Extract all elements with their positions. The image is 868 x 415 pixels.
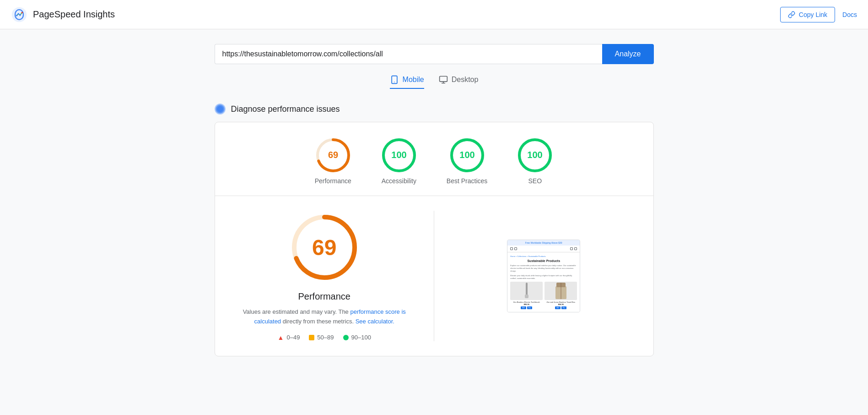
- mockup-top-bar: Free Worldwide Shipping Above $30: [507, 240, 580, 246]
- tab-desktop[interactable]: Desktop: [439, 75, 479, 89]
- svg-rect-24: [526, 283, 528, 296]
- mockup-product-img-1: [510, 282, 543, 300]
- svg-text:100: 100: [391, 150, 406, 160]
- detail-note-text: Values are estimated and may vary. The: [243, 308, 350, 315]
- mockup-breadcrumb: Home > Collections > Sustainable Product…: [510, 255, 577, 257]
- pass-icon: [343, 335, 349, 340]
- accessibility-circle: 100: [381, 137, 417, 174]
- svg-rect-25: [525, 295, 528, 298]
- mockup-products: Zen Bamboo Electric Toothbrush $99.95 Ad…: [510, 282, 577, 309]
- vertical-divider: [434, 211, 434, 341]
- device-tabs: Mobile Desktop: [390, 75, 479, 89]
- toothbrush-icon: [522, 283, 531, 299]
- scores-card: 69 Performance 100 Accessibility 100: [215, 122, 654, 356]
- svg-text:69: 69: [328, 150, 338, 160]
- mockup-product-2-btn2: Buy: [561, 306, 566, 309]
- mockup-nav-right-icons: [570, 247, 577, 250]
- page-preview-mockup: Free Worldwide Shipping Above $30 Home >…: [507, 240, 580, 312]
- tab-mobile[interactable]: Mobile: [390, 75, 424, 89]
- svg-point-4: [22, 11, 23, 13]
- analyze-button[interactable]: Analyze: [602, 44, 654, 64]
- mockup-product-img-2: [545, 282, 577, 300]
- tab-mobile-label: Mobile: [403, 76, 424, 84]
- score-best-practices[interactable]: 100 Best Practices: [447, 137, 487, 185]
- url-bar-row: Analyze: [215, 44, 654, 64]
- see-calculator-link[interactable]: See calculator.: [356, 318, 394, 325]
- mobile-icon: [390, 75, 399, 84]
- mockup-nav-icons: [510, 247, 517, 250]
- mockup-menu-icon: [514, 247, 517, 250]
- svg-rect-7: [439, 76, 447, 82]
- fail-icon: ▲: [278, 334, 284, 341]
- section-header: Diagnose performance issues: [215, 104, 654, 115]
- best-practices-circle: 100: [449, 137, 485, 174]
- warn-icon: [309, 335, 314, 340]
- mockup-product-1-btn: Add: [521, 306, 526, 309]
- detail-section: 69 Performance Values are estimated and …: [215, 196, 653, 356]
- pass-range: 90–100: [351, 334, 371, 341]
- logo-area: PageSpeed Insights: [11, 6, 115, 23]
- seo-label: SEO: [528, 177, 542, 185]
- seo-circle: 100: [517, 137, 553, 174]
- score-accessibility[interactable]: 100 Accessibility: [381, 137, 417, 185]
- docs-link[interactable]: Docs: [842, 11, 857, 18]
- mockup-account-icon: [574, 247, 577, 250]
- link-icon: [788, 11, 795, 18]
- mockup-product-2-btn: Add: [555, 306, 560, 309]
- best-practices-label: Best Practices: [447, 177, 487, 185]
- legend-warn: 50–89: [309, 334, 334, 341]
- mockup-text2: Elevate your daily rituals while leaving…: [510, 274, 577, 280]
- section-title: Diagnose performance issues: [231, 104, 340, 114]
- big-gauge: 69: [288, 211, 361, 284]
- mockup-product-1-btn2: Buy: [527, 306, 532, 309]
- copy-link-label: Copy Link: [799, 11, 827, 18]
- score-legend: ▲ 0–49 50–89 90–100: [278, 334, 371, 341]
- detail-note-suffix: directly from these metrics.: [283, 318, 356, 325]
- svg-point-2: [17, 13, 19, 15]
- copy-link-button[interactable]: Copy Link: [780, 7, 835, 22]
- mockup-product-2: Zen and Jonez Bamboo Travel Box $24.95 A…: [545, 282, 577, 309]
- svg-text:100: 100: [528, 150, 543, 160]
- detail-right: Free Worldwide Shipping Above $30 Home >…: [449, 211, 639, 341]
- legend-pass: 90–100: [343, 334, 371, 341]
- mockup-product-1: Zen Bamboo Electric Toothbrush $99.95 Ad…: [510, 282, 543, 309]
- section-dot-icon: [215, 104, 226, 115]
- tab-desktop-label: Desktop: [452, 76, 479, 84]
- header-actions: Copy Link Docs: [780, 7, 857, 22]
- app-header: PageSpeed Insights Copy Link Docs: [0, 0, 868, 29]
- scores-row: 69 Performance 100 Accessibility 100: [215, 122, 653, 196]
- warn-range: 50–89: [317, 334, 334, 341]
- legend-fail: ▲ 0–49: [278, 334, 300, 341]
- detail-note: Values are estimated and may vary. The p…: [233, 307, 416, 327]
- score-seo[interactable]: 100 SEO: [517, 137, 553, 185]
- svg-point-3: [19, 14, 21, 16]
- score-performance[interactable]: 69 Performance: [315, 137, 351, 185]
- travel-box-icon: [555, 283, 567, 299]
- mockup-product-1-price: $99.95: [510, 303, 543, 306]
- svg-text:100: 100: [459, 150, 474, 160]
- detail-left: 69 Performance Values are estimated and …: [230, 211, 420, 341]
- detail-performance-title: Performance: [298, 291, 351, 302]
- fail-range: 0–49: [286, 334, 300, 341]
- mockup-product-1-btns: Add Buy: [510, 306, 543, 309]
- performance-circle: 69: [315, 137, 351, 174]
- mockup-product-2-btns: Add Buy: [545, 306, 577, 309]
- desktop-icon: [439, 75, 448, 84]
- psi-logo-icon: [11, 6, 27, 23]
- big-score-value: 69: [312, 235, 336, 260]
- mockup-heading: Sustainable Products: [510, 259, 577, 262]
- app-title: PageSpeed Insights: [33, 9, 115, 20]
- performance-label: Performance: [315, 177, 351, 185]
- mockup-search-icon: [510, 247, 513, 250]
- svg-point-1: [16, 15, 18, 16]
- mockup-text1: Explore our sustainable products and red…: [510, 264, 577, 273]
- mockup-nav: [507, 246, 580, 252]
- mockup-product-2-price: $24.95: [545, 303, 577, 306]
- main-content: Analyze Mobile Desktop Diagnose performa…: [0, 29, 868, 371]
- mockup-cart-icon: [570, 247, 573, 250]
- url-input[interactable]: [215, 44, 602, 64]
- mockup-body: Home > Collections > Sustainable Product…: [507, 252, 580, 312]
- accessibility-label: Accessibility: [382, 177, 416, 185]
